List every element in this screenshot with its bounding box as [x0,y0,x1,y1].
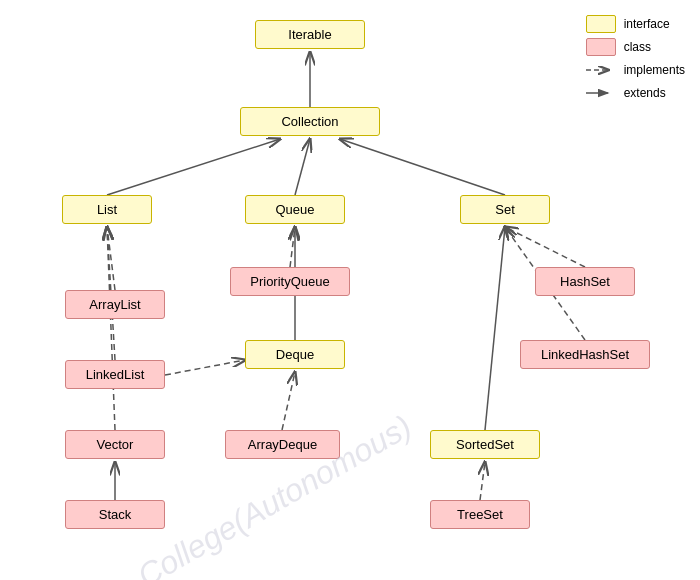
svg-line-8 [165,360,245,375]
legend-class-label: class [624,40,651,54]
legend-implements-label: implements [624,63,685,77]
legend-implements-line [586,61,616,79]
legend-interface-label: interface [624,17,670,31]
svg-line-13 [505,227,585,267]
node-treeset: TreeSet [430,500,530,529]
diagram-container: Iterable Collection List Queue Set Prior… [0,0,700,580]
svg-line-15 [485,227,505,430]
node-set: Set [460,195,550,224]
svg-line-2 [295,139,310,195]
svg-line-11 [107,227,115,430]
legend-interface-box [586,15,616,33]
svg-line-5 [290,227,295,267]
legend-interface: interface [586,15,685,33]
node-iterable: Iterable [255,20,365,49]
legend: interface class [586,15,685,107]
node-stack: Stack [65,500,165,529]
svg-line-4 [340,139,505,195]
node-linkedhashset: LinkedHashSet [520,340,650,369]
svg-line-3 [107,139,280,195]
legend-class-box [586,38,616,56]
legend-implements: implements [586,61,685,79]
node-queue: Queue [245,195,345,224]
node-sortedset: SortedSet [430,430,540,459]
node-arraylist: ArrayList [65,290,165,319]
node-priorityqueue: PriorityQueue [230,267,350,296]
legend-extends: extends [586,84,685,102]
node-arraydeque: ArrayDeque [225,430,340,459]
node-deque: Deque [245,340,345,369]
node-linkedlist: LinkedList [65,360,165,389]
node-list: List [62,195,152,224]
svg-line-7 [282,372,295,430]
node-vector: Vector [65,430,165,459]
legend-extends-label: extends [624,86,666,100]
svg-line-9 [107,227,115,290]
legend-extends-line [586,84,616,102]
node-hashset: HashSet [535,267,635,296]
svg-line-16 [480,462,485,500]
node-collection: Collection [240,107,380,136]
legend-class: class [586,38,685,56]
